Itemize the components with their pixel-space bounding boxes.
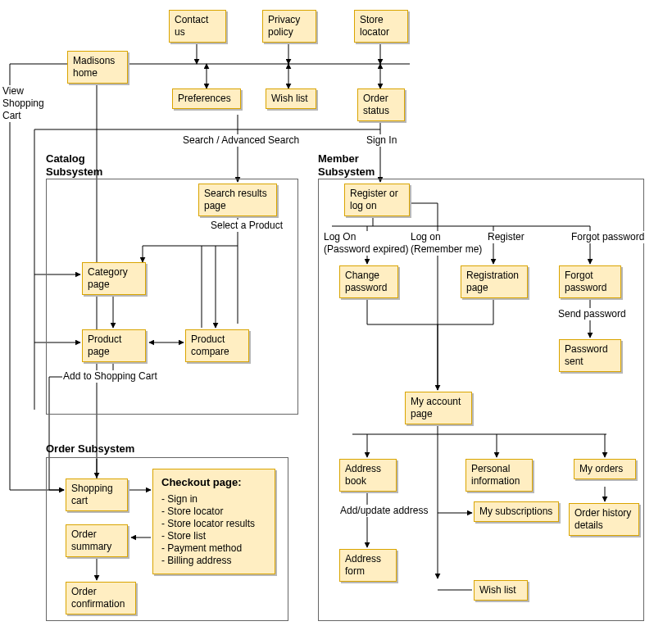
node-my-account: My account page (405, 392, 472, 424)
node-madisons-home: Madisons home (67, 51, 128, 84)
label: Personal information (471, 463, 520, 487)
label: Search results page (204, 188, 267, 211)
subsystem-title-member: Member Subsystem (318, 152, 392, 178)
node-my-orders: My orders (574, 459, 636, 479)
label: Change password (345, 270, 387, 293)
label: Order summary (71, 528, 111, 552)
edge-label-add-to-cart: Add to Shopping Cart (62, 370, 158, 383)
node-search-results: Search results page (198, 184, 277, 216)
edge-label-select-product: Select a Product (210, 220, 284, 232)
checkout-item: Store locator results (161, 518, 266, 529)
node-personal-info: Personal information (465, 459, 533, 492)
label: Wish list (271, 93, 308, 104)
diagram-canvas: Madisons home Contact us Privacy policy … (0, 0, 663, 644)
checkout-item: Store list (161, 530, 266, 542)
node-change-password: Change password (339, 265, 398, 298)
edge-label-register: Register (487, 231, 525, 243)
subsystem-title-order: Order Subsystem (46, 442, 134, 456)
label: Privacy policy (268, 14, 300, 38)
node-order-history: Order history details (569, 503, 639, 536)
node-address-form: Address form (339, 549, 397, 582)
label: Order confirmation (71, 586, 125, 610)
node-shopping-cart: Shopping cart (66, 478, 128, 511)
label: Preferences (178, 93, 231, 104)
checkout-item: Store locator (161, 506, 266, 517)
label: Madisons home (73, 55, 115, 79)
label: Address form (345, 553, 381, 577)
checkout-item: Sign in (161, 493, 266, 505)
checkout-title: Checkout page: (161, 476, 242, 488)
label: Product compare (191, 333, 229, 357)
node-registration-page: Registration page (461, 265, 528, 298)
label: Order status (363, 93, 389, 116)
node-product-compare: Product compare (185, 329, 249, 362)
label: Address book (345, 463, 381, 487)
label: My subscriptions (479, 506, 552, 517)
node-order-confirmation: Order confirmation (66, 582, 136, 615)
label: My account page (411, 396, 461, 420)
label: Register or log on (350, 188, 398, 211)
edge-label-sign-in: Sign In (366, 134, 397, 147)
edge-label-log-on-remember: Log on (Remember me) (410, 231, 483, 256)
label: Contact us (175, 14, 208, 38)
edge-label-view-cart: View Shopping Cart (2, 85, 49, 122)
node-preferences: Preferences (172, 88, 241, 109)
node-address-book: Address book (339, 459, 397, 492)
label: Product page (88, 333, 121, 357)
checkout-item: Billing address (161, 555, 266, 566)
node-category-page: Category page (82, 262, 146, 295)
label: Order history details (574, 507, 631, 531)
node-contact-us: Contact us (169, 10, 226, 43)
edge-label-forgot-pw: Forgot password (570, 231, 645, 243)
node-forgot-password: Forgot password (559, 265, 621, 298)
label: Registration page (466, 270, 519, 293)
node-checkout-page: Checkout page: Sign in Store locator Sto… (152, 469, 275, 574)
node-store-locator: Store locator (354, 10, 408, 43)
label: Shopping cart (71, 483, 113, 506)
node-wish-list-top: Wish list (266, 88, 316, 109)
node-my-subscriptions: My subscriptions (474, 501, 559, 522)
label: My orders (579, 463, 623, 474)
label: Password sent (565, 343, 608, 367)
label: Store locator (360, 14, 389, 38)
edge-label-send-pw: Send password (557, 308, 627, 320)
label: Category page (88, 266, 128, 290)
subsystem-title-catalog: Catalog Subsystem (46, 152, 120, 178)
node-password-sent: Password sent (559, 339, 621, 372)
node-order-summary: Order summary (66, 524, 128, 557)
label: Wish list (479, 584, 516, 596)
label: Forgot password (565, 270, 606, 293)
edge-label-add-update-addr: Add/update address (339, 505, 429, 517)
edge-label-search: Search / Advanced Search (182, 134, 300, 147)
node-register-or-log-on: Register or log on (344, 184, 410, 216)
node-order-status: Order status (357, 88, 405, 121)
node-product-page: Product page (82, 329, 146, 362)
node-wish-list-member: Wish list (474, 580, 528, 601)
edge-label-log-on-expired: Log On (Password expired) (323, 231, 409, 256)
checkout-item: Payment method (161, 542, 266, 554)
checkout-list: Sign in Store locator Store locator resu… (161, 493, 266, 566)
node-privacy-policy: Privacy policy (262, 10, 316, 43)
